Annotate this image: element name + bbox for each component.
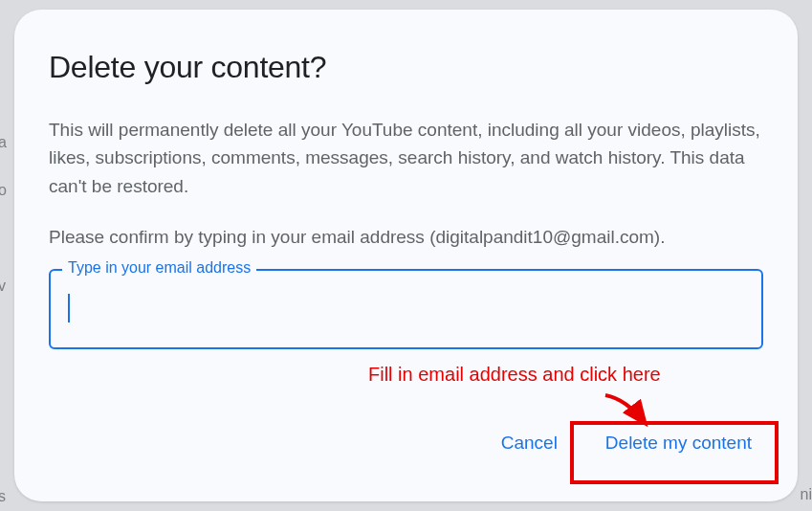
email-input-wrapper: Type in your email address — [49, 269, 763, 349]
dialog-body-text: This will permanently delete all your Yo… — [49, 116, 763, 200]
background-text: v — [0, 278, 6, 295]
email-input-label: Type in your email address — [62, 259, 256, 277]
cancel-button[interactable]: Cancel — [494, 423, 565, 463]
delete-my-content-button[interactable]: Delete my content — [594, 419, 763, 467]
background-text: ni — [801, 486, 812, 503]
delete-content-dialog: Delete your content? This will permanent… — [14, 10, 798, 501]
email-input[interactable] — [49, 269, 763, 349]
background-text: o — [0, 182, 7, 199]
dialog-confirm-prompt: Please confirm by typing in your email a… — [49, 223, 763, 251]
background-text: s — [0, 488, 6, 505]
background-text: a — [0, 134, 7, 151]
dialog-button-row: Cancel Delete my content — [494, 419, 763, 467]
annotation-text: Fill in email address and click here — [368, 364, 661, 386]
dialog-title: Delete your content? — [49, 50, 763, 85]
